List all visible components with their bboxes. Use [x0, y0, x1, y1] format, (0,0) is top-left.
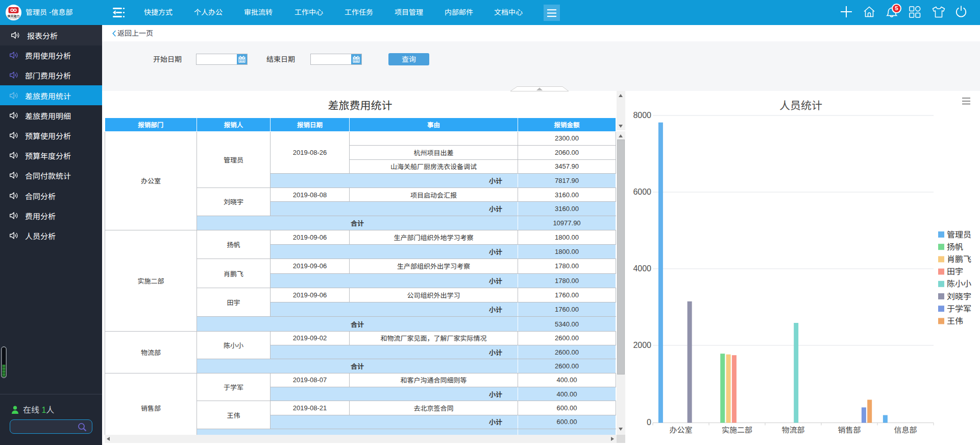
svg-text:6000: 6000: [633, 188, 651, 196]
svg-text:刘晓宇: 刘晓宇: [947, 292, 971, 301]
svg-text:2000: 2000: [633, 341, 651, 349]
svg-text:实施二部: 实施二部: [722, 426, 752, 434]
svg-text:于学军: 于学军: [947, 305, 971, 313]
svg-text:华天动力: 华天动力: [7, 14, 19, 18]
svg-text:销售部: 销售部: [838, 426, 861, 434]
svg-text:0: 0: [647, 418, 651, 427]
svg-text:陈小小: 陈小小: [947, 279, 971, 288]
svg-text:POWER: POWER: [10, 18, 17, 20]
svg-text:人员统计: 人员统计: [779, 100, 822, 111]
svg-text:办公室: 办公室: [669, 426, 692, 434]
svg-text:王伟: 王伟: [947, 317, 963, 325]
svg-text:扬帆: 扬帆: [947, 243, 963, 251]
svg-text:肖鹏飞: 肖鹏飞: [947, 255, 971, 264]
svg-text:信息部: 信息部: [894, 426, 917, 434]
svg-text:8000: 8000: [633, 111, 651, 120]
svg-text:管理员: 管理员: [947, 230, 971, 239]
svg-text:物流部: 物流部: [781, 426, 804, 434]
svg-text:4000: 4000: [633, 264, 651, 273]
svg-text:田宇: 田宇: [947, 267, 963, 276]
